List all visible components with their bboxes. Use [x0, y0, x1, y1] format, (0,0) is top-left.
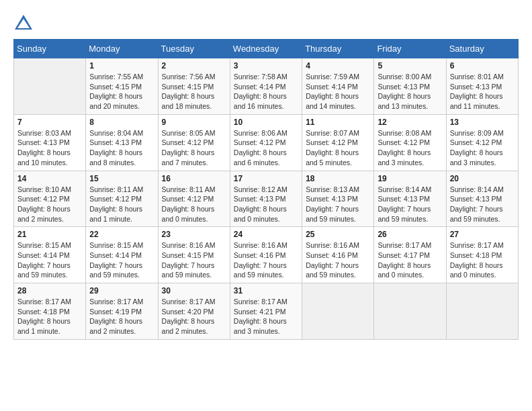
day-number: 31	[234, 286, 298, 295]
day-info: Sunrise: 8:06 AM Sunset: 4:12 PM Dayligh…	[234, 128, 298, 168]
calendar-cell: 1Sunrise: 7:55 AM Sunset: 4:15 PM Daylig…	[86, 58, 158, 115]
day-info: Sunrise: 8:07 AM Sunset: 4:12 PM Dayligh…	[306, 128, 370, 168]
calendar-cell: 8Sunrise: 8:04 AM Sunset: 4:13 PM Daylig…	[86, 114, 158, 171]
day-number: 5	[378, 61, 442, 71]
calendar-cell: 5Sunrise: 8:00 AM Sunset: 4:13 PM Daylig…	[374, 58, 446, 115]
day-number: 14	[17, 174, 82, 183]
day-info: Sunrise: 7:56 AM Sunset: 4:15 PM Dayligh…	[162, 72, 226, 111]
day-info: Sunrise: 8:17 AM Sunset: 4:18 PM Dayligh…	[17, 297, 82, 336]
calendar-cell: 6Sunrise: 8:01 AM Sunset: 4:13 PM Daylig…	[446, 58, 518, 115]
day-info: Sunrise: 8:03 AM Sunset: 4:13 PM Dayligh…	[17, 128, 82, 168]
calendar-cell: 10Sunrise: 8:06 AM Sunset: 4:12 PM Dayli…	[230, 114, 302, 171]
day-info: Sunrise: 7:59 AM Sunset: 4:14 PM Dayligh…	[306, 72, 370, 111]
day-number: 27	[450, 230, 515, 239]
page-header	[13, 13, 519, 32]
calendar-cell	[302, 283, 374, 340]
calendar-cell: 22Sunrise: 8:15 AM Sunset: 4:14 PM Dayli…	[86, 227, 158, 283]
calendar-cell: 13Sunrise: 8:09 AM Sunset: 4:12 PM Dayli…	[446, 114, 518, 171]
calendar-cell: 29Sunrise: 8:17 AM Sunset: 4:19 PM Dayli…	[86, 283, 158, 340]
calendar-cell: 24Sunrise: 8:16 AM Sunset: 4:16 PM Dayli…	[230, 227, 302, 283]
calendar-cell: 23Sunrise: 8:16 AM Sunset: 4:15 PM Dayli…	[158, 227, 230, 283]
calendar-cell: 3Sunrise: 7:58 AM Sunset: 4:14 PM Daylig…	[230, 58, 302, 115]
calendar-cell: 27Sunrise: 8:17 AM Sunset: 4:18 PM Dayli…	[446, 227, 518, 283]
weekday-header: Sunday	[14, 40, 86, 58]
calendar-week-row: 1Sunrise: 7:55 AM Sunset: 4:15 PM Daylig…	[14, 58, 519, 115]
calendar-table: SundayMondayTuesdayWednesdayThursdayFrid…	[13, 39, 519, 340]
day-info: Sunrise: 8:11 AM Sunset: 4:12 PM Dayligh…	[89, 185, 154, 224]
day-info: Sunrise: 8:17 AM Sunset: 4:18 PM Dayligh…	[450, 240, 515, 280]
day-number: 12	[378, 118, 442, 127]
calendar-cell: 21Sunrise: 8:15 AM Sunset: 4:14 PM Dayli…	[14, 227, 86, 283]
calendar-cell: 14Sunrise: 8:10 AM Sunset: 4:12 PM Dayli…	[14, 171, 86, 227]
weekday-header: Tuesday	[158, 40, 230, 58]
day-number: 16	[162, 174, 226, 183]
day-info: Sunrise: 8:05 AM Sunset: 4:12 PM Dayligh…	[162, 128, 226, 168]
day-info: Sunrise: 8:13 AM Sunset: 4:13 PM Dayligh…	[306, 185, 370, 224]
day-number: 6	[450, 61, 515, 71]
calendar-cell: 18Sunrise: 8:13 AM Sunset: 4:13 PM Dayli…	[302, 171, 374, 227]
calendar-cell: 26Sunrise: 8:17 AM Sunset: 4:17 PM Dayli…	[374, 227, 446, 283]
day-info: Sunrise: 8:15 AM Sunset: 4:14 PM Dayligh…	[17, 240, 82, 280]
calendar-week-row: 14Sunrise: 8:10 AM Sunset: 4:12 PM Dayli…	[14, 171, 519, 227]
logo	[13, 13, 36, 32]
calendar-cell: 4Sunrise: 7:59 AM Sunset: 4:14 PM Daylig…	[302, 58, 374, 115]
weekday-header: Friday	[374, 40, 446, 58]
calendar-cell: 30Sunrise: 8:17 AM Sunset: 4:20 PM Dayli…	[158, 283, 230, 340]
day-info: Sunrise: 8:16 AM Sunset: 4:16 PM Dayligh…	[306, 240, 370, 280]
day-number: 10	[234, 118, 298, 127]
day-info: Sunrise: 8:11 AM Sunset: 4:12 PM Dayligh…	[162, 185, 226, 224]
day-info: Sunrise: 8:09 AM Sunset: 4:12 PM Dayligh…	[450, 128, 515, 168]
day-number: 4	[306, 61, 370, 71]
day-number: 19	[378, 174, 442, 183]
day-number: 13	[450, 118, 515, 127]
day-info: Sunrise: 8:04 AM Sunset: 4:13 PM Dayligh…	[89, 128, 154, 168]
calendar-cell: 25Sunrise: 8:16 AM Sunset: 4:16 PM Dayli…	[302, 227, 374, 283]
day-info: Sunrise: 8:16 AM Sunset: 4:16 PM Dayligh…	[234, 240, 298, 280]
day-number: 29	[89, 286, 154, 295]
calendar-cell	[446, 283, 518, 340]
calendar-body: 1Sunrise: 7:55 AM Sunset: 4:15 PM Daylig…	[14, 58, 519, 340]
day-info: Sunrise: 8:14 AM Sunset: 4:13 PM Dayligh…	[378, 185, 442, 224]
calendar-cell: 16Sunrise: 8:11 AM Sunset: 4:12 PM Dayli…	[158, 171, 230, 227]
calendar-cell	[14, 58, 86, 115]
calendar-cell: 31Sunrise: 8:17 AM Sunset: 4:21 PM Dayli…	[230, 283, 302, 340]
day-info: Sunrise: 8:17 AM Sunset: 4:19 PM Dayligh…	[89, 297, 154, 336]
weekday-header: Saturday	[446, 40, 518, 58]
day-number: 21	[17, 230, 82, 239]
calendar-cell: 19Sunrise: 8:14 AM Sunset: 4:13 PM Dayli…	[374, 171, 446, 227]
calendar-cell: 12Sunrise: 8:08 AM Sunset: 4:12 PM Dayli…	[374, 114, 446, 171]
day-number: 8	[89, 118, 154, 127]
day-number: 9	[162, 118, 226, 127]
day-info: Sunrise: 8:17 AM Sunset: 4:21 PM Dayligh…	[234, 297, 298, 336]
day-info: Sunrise: 7:58 AM Sunset: 4:14 PM Dayligh…	[234, 72, 298, 111]
day-number: 18	[306, 174, 370, 183]
calendar-cell: 2Sunrise: 7:56 AM Sunset: 4:15 PM Daylig…	[158, 58, 230, 115]
day-number: 20	[450, 174, 515, 183]
day-number: 15	[89, 174, 154, 183]
day-info: Sunrise: 8:08 AM Sunset: 4:12 PM Dayligh…	[378, 128, 442, 168]
day-info: Sunrise: 8:14 AM Sunset: 4:13 PM Dayligh…	[450, 185, 515, 224]
day-info: Sunrise: 8:10 AM Sunset: 4:12 PM Dayligh…	[17, 185, 82, 224]
day-info: Sunrise: 8:16 AM Sunset: 4:15 PM Dayligh…	[162, 240, 226, 280]
day-number: 7	[17, 118, 82, 127]
day-number: 22	[89, 230, 154, 239]
day-number: 23	[162, 230, 226, 239]
day-number: 25	[306, 230, 370, 239]
day-info: Sunrise: 8:17 AM Sunset: 4:20 PM Dayligh…	[162, 297, 226, 336]
calendar-cell: 11Sunrise: 8:07 AM Sunset: 4:12 PM Dayli…	[302, 114, 374, 171]
day-info: Sunrise: 7:55 AM Sunset: 4:15 PM Dayligh…	[89, 72, 154, 111]
day-info: Sunrise: 8:17 AM Sunset: 4:17 PM Dayligh…	[378, 240, 442, 280]
day-number: 30	[162, 286, 226, 295]
day-info: Sunrise: 8:15 AM Sunset: 4:14 PM Dayligh…	[89, 240, 154, 280]
weekday-header: Wednesday	[230, 40, 302, 58]
day-number: 2	[162, 61, 226, 71]
weekday-header: Thursday	[302, 40, 374, 58]
calendar-cell: 15Sunrise: 8:11 AM Sunset: 4:12 PM Dayli…	[86, 171, 158, 227]
day-info: Sunrise: 8:00 AM Sunset: 4:13 PM Dayligh…	[378, 72, 442, 111]
day-info: Sunrise: 8:01 AM Sunset: 4:13 PM Dayligh…	[450, 72, 515, 111]
calendar-cell: 28Sunrise: 8:17 AM Sunset: 4:18 PM Dayli…	[14, 283, 86, 340]
day-number: 11	[306, 118, 370, 127]
calendar-cell: 17Sunrise: 8:12 AM Sunset: 4:13 PM Dayli…	[230, 171, 302, 227]
calendar-week-row: 7Sunrise: 8:03 AM Sunset: 4:13 PM Daylig…	[14, 114, 519, 171]
calendar-cell	[374, 283, 446, 340]
